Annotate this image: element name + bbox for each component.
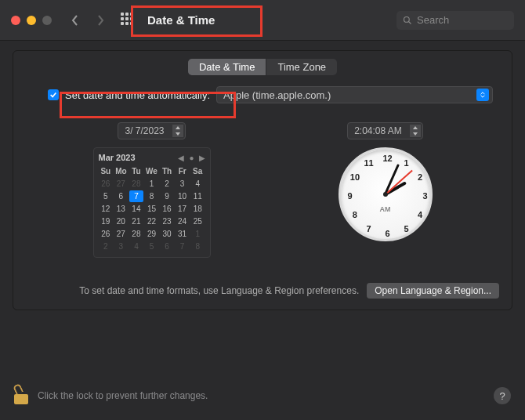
lock-icon[interactable] [14, 387, 28, 404]
calendar-day[interactable]: 28 [129, 228, 144, 240]
calendar-day[interactable]: 21 [129, 215, 144, 227]
calendar-day[interactable]: 3 [175, 178, 190, 190]
zoom-window-button[interactable] [42, 16, 52, 25]
calendar-day[interactable]: 7 [175, 241, 190, 252]
calendar-day[interactable]: 20 [114, 215, 129, 227]
close-window-button[interactable] [11, 16, 20, 25]
calendar-dow: Fr [175, 165, 190, 177]
clock-numeral: 6 [382, 229, 394, 238]
calendar-day[interactable]: 26 [99, 178, 114, 190]
time-column: 2:04:08 AM 121234567891011 AM [339, 122, 433, 258]
format-hint-row: To set date and time formats, use Langua… [13, 266, 512, 302]
calendar-day[interactable]: 18 [190, 203, 205, 215]
calendar-day[interactable]: 29 [144, 228, 159, 240]
clock-numeral: 12 [382, 154, 394, 163]
calendar-day[interactable]: 2 [160, 178, 175, 190]
calendar-day[interactable]: 6 [114, 190, 129, 202]
calendar-prev-icon[interactable]: ◀ [178, 154, 184, 162]
calendar-day[interactable]: 19 [99, 215, 114, 227]
titlebar: Date & Time Search [0, 0, 525, 41]
calendar-day[interactable]: 3 [114, 241, 129, 252]
auto-time-row: Set date and time automatically: Apple (… [13, 86, 512, 110]
time-server-value: Apple (time.apple.com.) [223, 89, 331, 101]
clock-numeral: 10 [349, 172, 361, 182]
calendar-dow: Th [160, 165, 175, 177]
calendar-today-icon[interactable]: ● [189, 154, 194, 162]
calendar-day[interactable]: 26 [99, 228, 114, 240]
calendar-day[interactable]: 30 [160, 228, 175, 240]
date-step-up[interactable] [172, 125, 183, 131]
time-value: 2:04:08 AM [348, 125, 408, 136]
calendar-day[interactable]: 9 [160, 190, 175, 202]
segmented-control: Date & Time Time Zone [188, 59, 337, 75]
date-step-down[interactable] [172, 131, 183, 137]
calendar-day[interactable]: 8 [190, 241, 205, 252]
clock-numeral: 8 [349, 210, 361, 219]
calendar-day[interactable]: 22 [144, 215, 159, 227]
clock-numeral: 5 [400, 224, 413, 234]
calendar-dow: Mo [114, 165, 129, 177]
search-icon [403, 16, 412, 25]
clock-center-icon [383, 192, 388, 197]
forward-button[interactable] [91, 11, 110, 30]
calendar-day[interactable]: 4 [129, 241, 144, 252]
open-language-region-button[interactable]: Open Language & Region... [367, 283, 499, 299]
calendar-day[interactable]: 10 [175, 190, 190, 202]
calendar-day[interactable]: 16 [160, 203, 175, 215]
tab-date-time[interactable]: Date & Time [188, 59, 267, 75]
calendar-day[interactable]: 1 [144, 178, 159, 190]
time-stepper[interactable] [410, 125, 421, 137]
time-server-select[interactable]: Apple (time.apple.com.) [216, 86, 493, 103]
show-all-icon[interactable] [121, 13, 136, 28]
help-button[interactable]: ? [494, 387, 511, 404]
clock-numeral: 11 [363, 158, 375, 168]
calendar-day[interactable]: 2 [99, 241, 114, 252]
calendar[interactable]: Mar 2023 ◀ ● ▶ SuMoTuWeThFrSa26272812345… [93, 147, 211, 258]
calendar-day[interactable]: 17 [175, 203, 190, 215]
calendar-day[interactable]: 31 [175, 228, 190, 240]
calendar-day[interactable]: 14 [129, 203, 144, 215]
search-placeholder: Search [417, 14, 449, 26]
search-input[interactable]: Search [396, 11, 514, 30]
calendar-dow: Su [99, 165, 114, 177]
clock-numeral: 1 [400, 158, 413, 168]
calendar-day[interactable]: 27 [114, 228, 129, 240]
calendar-day[interactable]: 24 [175, 215, 190, 227]
time-field[interactable]: 2:04:08 AM [347, 122, 423, 139]
calendar-day[interactable]: 28 [129, 178, 144, 190]
calendar-day[interactable]: 7 [129, 190, 144, 202]
clock-numeral: 3 [419, 191, 432, 201]
calendar-day[interactable]: 25 [190, 215, 205, 227]
pane-title: Date & Time [147, 13, 215, 27]
auto-time-checkbox[interactable] [48, 89, 59, 100]
calendar-day[interactable]: 1 [190, 228, 205, 240]
calendar-day[interactable]: 6 [160, 241, 175, 252]
date-field[interactable]: 3/ 7/2023 [118, 122, 185, 139]
calendar-next-icon[interactable]: ▶ [199, 154, 205, 162]
clock-numeral: 2 [414, 172, 426, 182]
calendar-day[interactable]: 11 [190, 190, 205, 202]
calendar-nav: ◀ ● ▶ [178, 154, 205, 162]
time-step-up[interactable] [410, 125, 421, 131]
time-step-down[interactable] [410, 131, 421, 137]
calendar-dow: Tu [129, 165, 144, 177]
analog-clock[interactable]: 121234567891011 AM [339, 147, 433, 241]
date-stepper[interactable] [172, 125, 183, 137]
calendar-day[interactable]: 8 [144, 190, 159, 202]
clock-numeral: 9 [344, 191, 357, 201]
minimize-window-button[interactable] [27, 16, 36, 25]
calendar-day[interactable]: 4 [190, 178, 205, 190]
calendar-day[interactable]: 27 [114, 178, 129, 190]
back-button[interactable] [66, 11, 85, 30]
clock-ampm-label: AM [380, 205, 391, 213]
tab-time-zone[interactable]: Time Zone [266, 59, 337, 75]
calendar-day[interactable]: 15 [144, 203, 159, 215]
calendar-day[interactable]: 12 [99, 203, 114, 215]
calendar-day[interactable]: 13 [114, 203, 129, 215]
svg-point-0 [404, 16, 410, 22]
calendar-day[interactable]: 5 [144, 241, 159, 252]
date-column: 3/ 7/2023 Mar 2023 ◀ ● ▶ [93, 122, 211, 258]
calendar-day[interactable]: 5 [99, 190, 114, 202]
calendar-day[interactable]: 23 [160, 215, 175, 227]
window-controls [11, 16, 52, 25]
